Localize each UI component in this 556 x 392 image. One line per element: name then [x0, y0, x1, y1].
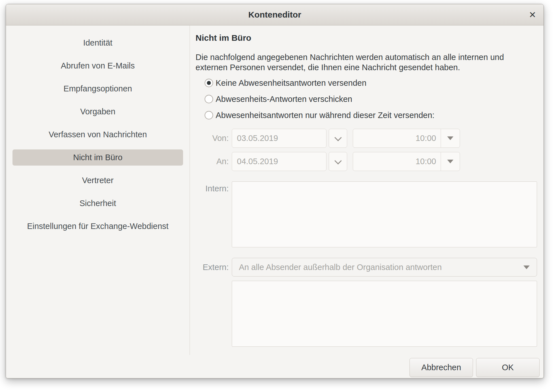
from-label: Von:	[196, 129, 232, 148]
sidebar-item-sicherheit[interactable]: Sicherheit	[12, 195, 183, 211]
from-date-dropdown-button[interactable]	[329, 129, 347, 148]
ok-button[interactable]: OK	[476, 358, 540, 377]
sidebar-item-identitaet[interactable]: Identität	[12, 35, 183, 51]
from-time-combobox[interactable]: 10:00	[353, 129, 460, 148]
internal-message-row: Intern:	[196, 181, 537, 247]
sidebar-item-vorgaben[interactable]: Vorgaben	[12, 104, 183, 120]
sidebar-item-abrufen-von-emails[interactable]: Abrufen von E-Mails	[12, 58, 183, 74]
external-label: Extern:	[196, 263, 232, 272]
reply-mode-radio-group: Keine Abwesenheitsantworten versenden Ab…	[196, 79, 537, 119]
dialog-action-buttons: Abbrechen OK	[409, 358, 540, 377]
window-title: Konteneditor	[248, 10, 301, 20]
dialog-content: Identität Abrufen von E-Mails Empfangsop…	[6, 25, 544, 378]
from-row: Von: 03.05.2019 10:00	[196, 129, 537, 148]
from-date-field[interactable]: 03.05.2019	[232, 129, 326, 148]
external-message-textarea[interactable]	[232, 281, 537, 347]
radio-label: Abwesenheits-Antworten verschicken	[216, 95, 352, 104]
dropdown-arrow-icon	[447, 136, 453, 140]
sidebar-item-verfassen-von-nachrichten[interactable]: Verfassen von Nachrichten	[12, 127, 183, 143]
page-title: Nicht im Büro	[196, 33, 537, 43]
close-icon[interactable]: ✕	[529, 10, 536, 19]
to-row: An: 04.05.2019 10:00	[196, 152, 537, 171]
internal-label: Intern:	[196, 181, 232, 247]
account-editor-dialog: Konteneditor ✕ Identität Abrufen von E-M…	[6, 4, 544, 378]
radio-button-icon[interactable]	[205, 95, 213, 103]
radio-option-send-replies-timeframe[interactable]: Abwesenheitsantworten nur während dieser…	[205, 111, 537, 119]
radio-label: Keine Abwesenheitsantworten versenden	[216, 78, 366, 88]
sidebar-item-vertreter[interactable]: Vertreter	[12, 172, 183, 188]
sidebar-item-nicht-im-buero[interactable]: Nicht im Büro	[12, 149, 183, 166]
radio-button-icon[interactable]	[205, 111, 213, 119]
external-audience-selected-option: An alle Absender außerhalb der Organisat…	[239, 263, 523, 272]
to-time-value[interactable]: 10:00	[353, 152, 441, 171]
to-time-dropdown-button[interactable]	[441, 152, 460, 171]
external-audience-dropdown[interactable]: An alle Absender außerhalb der Organisat…	[232, 258, 537, 277]
out-of-office-panel: Nicht im Büro Die nachfolgend angegebene…	[190, 25, 544, 378]
from-time-value[interactable]: 10:00	[353, 129, 441, 147]
from-time-dropdown-button[interactable]	[441, 129, 460, 147]
internal-message-textarea[interactable]	[232, 181, 537, 247]
to-date-field[interactable]: 04.05.2019	[232, 152, 326, 171]
chevron-down-icon	[334, 157, 341, 164]
settings-sidebar: Identität Abrufen von E-Mails Empfangsop…	[6, 25, 190, 378]
sidebar-item-exchange-webdienst[interactable]: Einstellungen für Exchange-Webdienst	[12, 218, 183, 234]
radio-option-no-replies[interactable]: Keine Abwesenheitsantworten versenden	[205, 79, 537, 87]
dropdown-arrow-icon	[523, 265, 530, 269]
sidebar-item-empfangsoptionen[interactable]: Empfangsoptionen	[12, 81, 183, 97]
to-label: An:	[196, 152, 232, 171]
chevron-down-icon	[334, 134, 341, 141]
radio-button-icon[interactable]	[205, 79, 213, 87]
radio-label: Abwesenheitsantworten nur während dieser…	[216, 111, 434, 120]
to-time-combobox[interactable]: 10:00	[353, 152, 460, 171]
description-text: Die nachfolgend angegebenen Nachrichten …	[196, 52, 521, 72]
radio-option-send-replies[interactable]: Abwesenheits-Antworten verschicken	[205, 95, 537, 103]
cancel-button[interactable]: Abbrechen	[409, 358, 473, 377]
titlebar[interactable]: Konteneditor ✕	[6, 4, 544, 25]
schedule-section: Von: 03.05.2019 10:00 An: 04.05.2019	[196, 129, 537, 171]
to-date-dropdown-button[interactable]	[329, 152, 347, 171]
external-option-row: Extern: An alle Absender außerhalb der O…	[196, 258, 537, 277]
external-message-row	[232, 281, 537, 347]
dropdown-arrow-icon	[447, 160, 453, 163]
